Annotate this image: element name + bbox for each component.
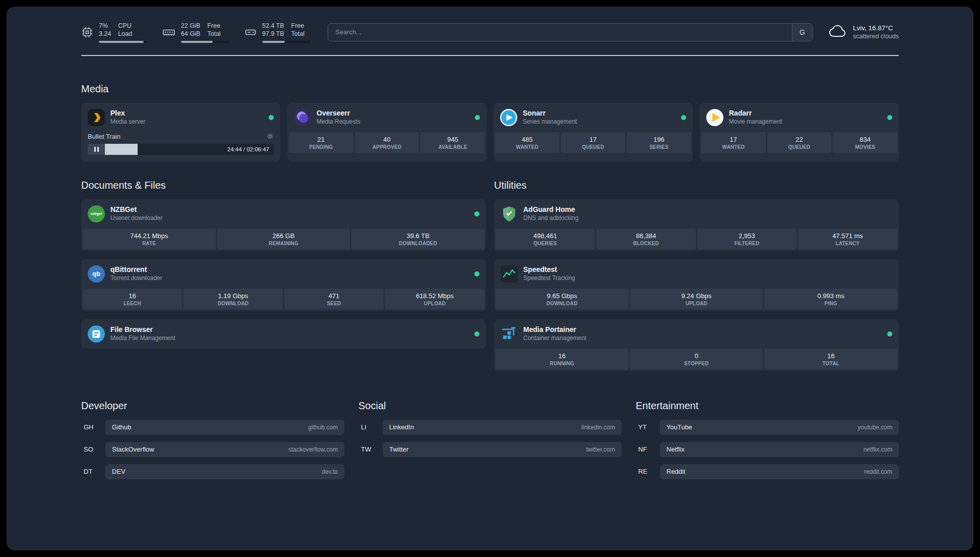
playback-progress-bar[interactable]: 24:44 / 02:06:47 [105,144,274,155]
plex-now-playing-widget: Bullet Train 24:44 / 02:06:47 [81,132,280,161]
dashboard: 7% 3.24 CPU Load [7,7,973,550]
topbar-divider [81,55,899,56]
service-name: Speedtest [523,265,575,274]
stat-ping: 0.993 ms PING [764,289,897,309]
bookmark-abbr: DT [81,468,105,475]
cloud-icon [828,24,847,40]
bookmark-link-reddit[interactable]: Reddit reddit.com [660,464,899,479]
memory-icon [162,26,175,38]
weather-widget: Lviv, 16.87°C scattered clouds [828,24,899,40]
bookmark-link-netflix[interactable]: Netflix netflix.com [660,442,899,457]
weather-location-temp: Lviv, 16.87°C [853,24,899,32]
status-dot [887,115,892,120]
service-desc: Torrent downloader [110,274,162,282]
status-dot [474,331,479,337]
search-bar: G [328,23,813,41]
bookmark-link-stackoverflow[interactable]: StackOverflow stackoverflow.com [105,442,344,457]
service-name: Overseerr [317,109,360,118]
stat-available: 945 AVAILABLE [420,132,485,153]
resource-widgets: 7% 3.24 CPU Load [81,22,311,43]
bookmark-abbr: SO [81,445,105,453]
now-playing-title: Bullet Train [88,133,120,140]
nzbget-icon-text: nzbget [91,212,102,215]
bookmark-twitter: TW Twitter twitter.com [358,442,622,457]
service-name: Media Portainer [523,325,586,335]
service-radarr[interactable]: Radarr Movie management [700,103,899,132]
service-nzbget[interactable]: nzbget NZBGet Usenet downloader [81,199,486,229]
cpu-progress-bar [99,41,147,43]
service-adguard[interactable]: AdGuard Home DNS and adblocking [494,199,899,229]
stat-remaining: 266 GB REMAINING [217,229,350,249]
bookmark-link-github[interactable]: Github github.com [105,420,344,435]
status-dot [474,211,479,216]
status-dot [681,115,686,120]
stat-leech: 16 LEECH [83,289,182,309]
service-name: Plex [110,109,145,118]
service-name: NZBGet [110,205,162,214]
resource-values: 7% 3.24 [99,22,111,38]
service-plex[interactable]: Plex Media server [81,103,280,132]
search-provider-button[interactable]: G [792,24,812,41]
stat-upload: 618.52 Mbps UPLOAD [385,289,484,309]
entertainment-section-title: Entertainment [636,400,899,412]
status-dot [269,115,274,120]
service-filebrowser[interactable]: File Browser Media File Management [81,319,486,349]
pause-button[interactable] [88,144,105,155]
resource-values: 52.4 TB 97.9 TB [262,22,284,38]
playback-progress-fill [105,144,138,155]
bookmark-abbr: TW [358,445,383,453]
resource-disk: 52.4 TB 97.9 TB Free Total [244,22,311,43]
stat-queued: 17 QUEUED [561,132,626,153]
service-card-plex: Plex Media server Bullet Train [81,103,280,161]
playback-time: 24:44 / 02:06:47 [227,144,269,155]
service-overseerr[interactable]: Overseerr Media Requests [287,103,486,132]
resource-cpu: 7% 3.24 CPU Load [81,22,147,43]
service-desc: Media server [110,118,145,126]
gear-icon[interactable] [267,133,274,140]
documents-section-title: Documents & Files [81,180,486,191]
service-name: AdGuard Home [523,205,578,214]
stat-stopped: 0 STOPPED [630,349,763,369]
service-desc: Container management [523,335,586,342]
bookmark-link-dev[interactable]: DEV dev.to [105,464,344,479]
service-sonarr[interactable]: Sonarr Series management [494,103,693,132]
bookmark-group-social: Social LI LinkedIn linkedin.com TW Twitt… [358,400,622,486]
service-desc: Series management [523,118,577,126]
memory-progress-bar [181,41,229,43]
bookmark-github: GH Github github.com [81,420,344,435]
search-input[interactable] [328,23,813,41]
portainer-icon [501,325,518,343]
bookmark-link-linkedin[interactable]: LinkedIn linkedin.com [383,420,622,435]
resource-labels: CPU Load [118,22,132,38]
bookmark-abbr: NF [636,445,660,453]
screenshot-frame: 7% 3.24 CPU Load [0,0,980,557]
stat-blocked: 86,384 BLOCKED [596,229,696,249]
service-name: qBittorrent [110,265,162,274]
resource-labels: Free Total [207,22,220,38]
bookmark-stackoverflow: SO StackOverflow stackoverflow.com [81,442,344,457]
service-speedtest[interactable]: Speedtest Speedtest Tracking [494,259,899,289]
bookmark-linkedin: LI LinkedIn linkedin.com [358,420,622,435]
resource-values: 22 GiB 64 GiB [181,22,200,38]
service-card-adguard: AdGuard Home DNS and adblocking 498,461 … [494,199,899,251]
bookmark-abbr: GH [81,423,105,431]
stat-filtered: 2,953 FILTERED [697,229,797,249]
status-dot [474,271,479,276]
resource-memory: 22 GiB 64 GiB Free Total [162,22,229,43]
stat-download: 9.65 Gbps DOWNLOAD [496,289,629,309]
nzbget-icon: nzbget [88,205,105,222]
bookmark-group-entertainment: Entertainment YT YouTube youtube.com NF … [636,400,899,486]
service-qbittorrent[interactable]: qb qBittorrent Torrent downloader [81,259,486,289]
stat-rate: 744.21 Mbps RATE [83,229,216,249]
bookmark-link-youtube[interactable]: YouTube youtube.com [660,420,899,435]
service-desc: Media File Management [110,335,175,342]
service-portainer[interactable]: Media Portainer Container management [494,319,899,349]
stat-pending: 21 PENDING [289,132,353,153]
bookmark-link-twitter[interactable]: Twitter twitter.com [383,442,622,457]
service-card-qbittorrent: qb qBittorrent Torrent downloader 16 LEE… [81,259,486,311]
stat-approved: 40 APPROVED [355,132,419,153]
service-desc: DNS and adblocking [523,214,578,222]
bookmark-youtube: YT YouTube youtube.com [636,420,899,435]
stat-upload: 9.24 Gbps UPLOAD [630,289,763,309]
stat-queued: 22 QUEUED [767,132,832,153]
